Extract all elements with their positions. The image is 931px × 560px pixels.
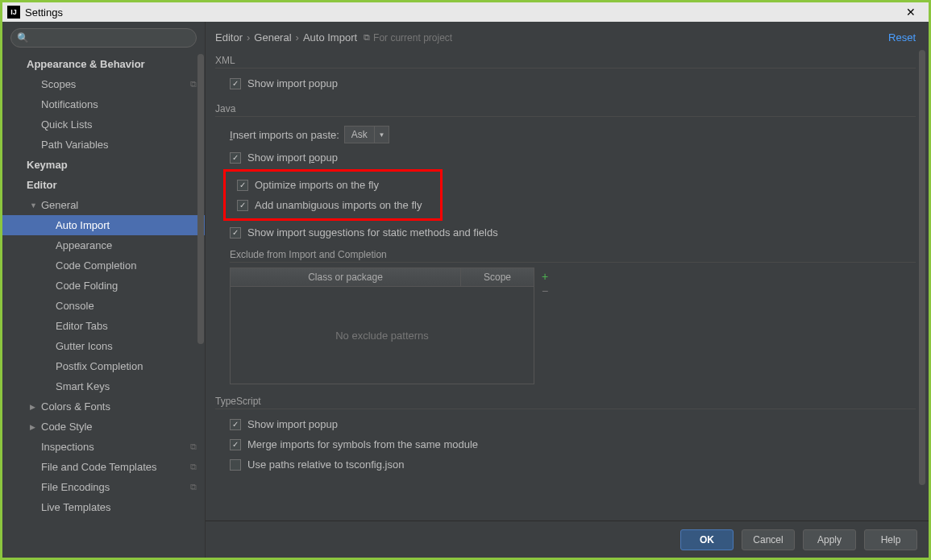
breadcrumb-project-label: For current project	[373, 32, 452, 44]
select-insert-imports-on-paste[interactable]: Ask	[344, 126, 375, 143]
sidebar-item-smart-keys[interactable]: Smart Keys	[2, 376, 205, 396]
sidebar: 🔍 Appearance & Behavior Scopes⧉ Notifica…	[2, 22, 206, 558]
sidebar-item-code-completion[interactable]: Code Completion	[2, 255, 205, 276]
project-scope-icon: ⧉	[190, 442, 197, 452]
checkbox-java-show-import-popup[interactable]	[230, 152, 241, 164]
section-typescript-title: TypeScript	[215, 396, 916, 409]
sidebar-item-inspections[interactable]: Inspections⧉	[2, 437, 205, 457]
remove-exclude-button[interactable]: −	[538, 284, 552, 298]
sidebar-item-auto-import[interactable]: Auto Import	[2, 215, 205, 235]
section-exclude-title: Exclude from Import and Completion	[230, 249, 916, 263]
sidebar-item-postfix-completion[interactable]: Postfix Completion	[2, 356, 205, 376]
checkbox-xml-show-import-popup[interactable]	[230, 78, 241, 89]
ok-button[interactable]: OK	[680, 529, 734, 550]
label-ts-relative-paths: Use paths relative to tsconfig.json	[247, 458, 404, 471]
window-title: Settings	[25, 6, 63, 19]
sidebar-item-path-variables[interactable]: Path Variables	[2, 135, 205, 155]
titlebar: IJ Settings ✕	[2, 2, 929, 22]
cancel-button[interactable]: Cancel	[742, 529, 795, 550]
checkbox-optimize-imports-on-fly[interactable]	[237, 180, 248, 191]
sidebar-item-code-style[interactable]: ▶Code Style	[2, 417, 205, 437]
label-optimize-imports-on-fly: Optimize imports on the fly	[255, 179, 379, 191]
breadcrumb: Editor › General › Auto Import ⧉ For cur…	[206, 22, 929, 50]
col-class-or-package[interactable]: Class or package	[231, 268, 461, 286]
sidebar-item-file-code-templates[interactable]: File and Code Templates⧉	[2, 457, 205, 477]
label-insert-imports-on-paste: Insert imports on paste:	[230, 129, 339, 141]
exclude-table: Class or package Scope No exclude patter…	[230, 268, 534, 384]
checkbox-ts-merge-imports[interactable]	[230, 439, 241, 450]
checkbox-ts-relative-paths[interactable]	[230, 459, 241, 471]
breadcrumb-editor[interactable]: Editor	[215, 31, 243, 44]
content-scrollbar[interactable]	[919, 50, 927, 501]
sidebar-item-notifications[interactable]: Notifications	[2, 94, 205, 114]
sidebar-item-scopes[interactable]: Scopes⧉	[2, 74, 205, 94]
label-add-unambiguous-imports: Add unambiguous imports on the fly	[255, 199, 422, 211]
apply-button[interactable]: Apply	[803, 529, 856, 550]
label-java-show-import-popup: Show import popup	[247, 151, 338, 164]
breadcrumb-auto-import: Auto Import	[303, 31, 357, 44]
chevron-down-icon[interactable]: ▼	[375, 126, 389, 143]
sidebar-item-quick-lists[interactable]: Quick Lists	[2, 114, 205, 135]
help-button[interactable]: Help	[864, 529, 917, 550]
sidebar-item-file-encodings[interactable]: File Encodings⧉	[2, 477, 205, 497]
sidebar-item-appearance[interactable]: Appearance	[2, 235, 205, 255]
project-scope-icon: ⧉	[364, 32, 370, 43]
sidebar-item-live-templates[interactable]: Live Templates	[2, 497, 205, 517]
sidebar-item-editor[interactable]: Editor	[2, 175, 205, 195]
sidebar-item-code-folding[interactable]: Code Folding	[2, 276, 205, 296]
project-scope-icon: ⧉	[190, 79, 197, 89]
search-icon: 🔍	[17, 32, 29, 44]
sidebar-item-colors-fonts[interactable]: ▶Colors & Fonts	[2, 396, 205, 417]
checkbox-static-suggestions[interactable]	[230, 227, 241, 239]
app-icon: IJ	[7, 6, 20, 19]
breadcrumb-general[interactable]: General	[254, 31, 291, 44]
section-xml-title: XML	[215, 55, 916, 68]
highlight-box: Optimize imports on the fly Add unambigu…	[223, 169, 443, 221]
sidebar-item-gutter-icons[interactable]: Gutter Icons	[2, 336, 205, 356]
sidebar-item-appearance-behavior[interactable]: Appearance & Behavior	[2, 54, 205, 74]
dialog-footer: OK Cancel Apply Help	[206, 521, 929, 558]
checkbox-add-unambiguous-imports[interactable]	[237, 200, 248, 211]
sidebar-item-editor-tabs[interactable]: Editor Tabs	[2, 316, 205, 336]
reset-link[interactable]: Reset	[888, 31, 916, 44]
checkbox-ts-show-import-popup[interactable]	[230, 419, 241, 430]
exclude-empty-text: No exclude patterns	[231, 287, 534, 384]
close-icon[interactable]: ✕	[898, 6, 924, 19]
sidebar-item-keymap[interactable]: Keymap	[2, 155, 205, 175]
chevron-down-icon: ▼	[30, 201, 38, 209]
label-ts-merge-imports: Merge imports for symbols from the same …	[247, 438, 478, 450]
chevron-right-icon: ▶	[30, 403, 38, 411]
settings-tree: Appearance & Behavior Scopes⧉ Notificati…	[2, 54, 205, 558]
label-ts-show-import-popup: Show import popup	[247, 418, 338, 430]
search-input[interactable]	[10, 28, 197, 48]
chevron-right-icon: ▶	[30, 423, 38, 431]
section-java-title: Java	[215, 103, 916, 117]
col-scope[interactable]: Scope	[461, 268, 534, 286]
sidebar-item-general[interactable]: ▼General	[2, 195, 205, 215]
project-scope-icon: ⧉	[190, 462, 197, 472]
sidebar-scrollbar[interactable]	[197, 54, 205, 376]
sidebar-item-console[interactable]: Console	[2, 296, 205, 316]
project-scope-icon: ⧉	[190, 482, 197, 492]
label-xml-show-import-popup: Show import popup	[247, 77, 338, 89]
add-exclude-button[interactable]: +	[538, 269, 552, 284]
label-static-suggestions: Show import suggestions for static metho…	[247, 226, 498, 239]
